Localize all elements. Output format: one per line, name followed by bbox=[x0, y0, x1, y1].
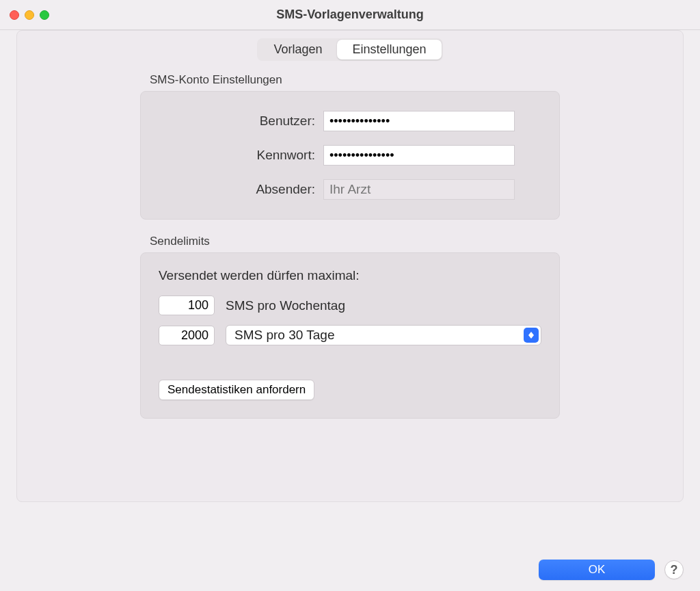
tabs-row: Vorlagen Einstellungen bbox=[140, 38, 560, 61]
user-label: Benutzer: bbox=[185, 114, 315, 129]
traffic-lights bbox=[10, 10, 49, 20]
user-field[interactable] bbox=[323, 111, 515, 131]
account-section-title: SMS-Konto Einstellungen bbox=[150, 73, 560, 87]
sender-label: Absender: bbox=[185, 182, 315, 197]
footer: OK ? bbox=[539, 560, 684, 580]
maximize-icon[interactable] bbox=[40, 10, 49, 20]
per-period-input[interactable] bbox=[159, 326, 215, 345]
main-panel: Vorlagen Einstellungen SMS-Konto Einstel… bbox=[16, 30, 684, 502]
titlebar: SMS-Vorlagenverwaltung bbox=[0, 0, 700, 30]
password-label: Kennwort: bbox=[185, 148, 315, 163]
period-select[interactable]: SMS pro 30 Tage bbox=[226, 325, 541, 345]
per-day-input[interactable] bbox=[159, 296, 215, 315]
segmented-control: Vorlagen Einstellungen bbox=[257, 38, 442, 61]
limits-intro: Versendet werden dürfen maximal: bbox=[159, 268, 541, 283]
tab-settings[interactable]: Einstellungen bbox=[337, 40, 441, 60]
limits-groupbox: Versendet werden dürfen maximal: SMS pro… bbox=[140, 252, 560, 419]
ok-button[interactable]: OK bbox=[539, 560, 655, 580]
password-field[interactable] bbox=[323, 145, 515, 166]
stats-button[interactable]: Sendestatistiken anfordern bbox=[159, 380, 314, 400]
per-day-label: SMS pro Wochentag bbox=[226, 298, 345, 313]
limit-row-day: SMS pro Wochentag bbox=[159, 296, 541, 315]
tab-templates[interactable]: Vorlagen bbox=[258, 40, 337, 60]
content-area: Vorlagen Einstellungen SMS-Konto Einstel… bbox=[0, 30, 700, 502]
limit-row-period: SMS pro 30 Tage bbox=[159, 325, 541, 345]
account-groupbox: Benutzer: Kennwort: Absender: bbox=[140, 91, 560, 220]
period-select-value: SMS pro 30 Tage bbox=[234, 328, 334, 343]
close-icon[interactable] bbox=[10, 10, 19, 20]
chevron-up-down-icon bbox=[524, 328, 539, 343]
sender-field[interactable] bbox=[323, 179, 515, 200]
limits-section-title: Sendelimits bbox=[150, 235, 560, 248]
minimize-icon[interactable] bbox=[25, 10, 34, 20]
help-button[interactable]: ? bbox=[664, 560, 684, 579]
window-title: SMS-Vorlagenverwaltung bbox=[10, 8, 690, 22]
